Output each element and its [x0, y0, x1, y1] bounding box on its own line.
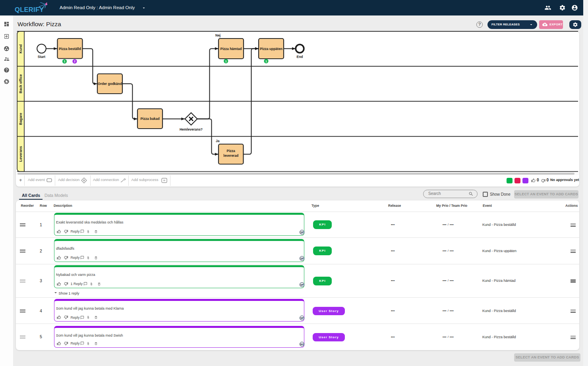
- svg-text:Order godkänd: Order godkänd: [98, 82, 122, 86]
- svg-text:1: 1: [64, 60, 66, 63]
- svg-text:1: 1: [265, 60, 267, 63]
- svg-text:1: 1: [225, 60, 227, 63]
- svg-text:Pizza bakad: Pizza bakad: [140, 117, 159, 121]
- svg-text:Start: Start: [38, 55, 46, 59]
- svg-text:Pizza hämtad: Pizza hämtad: [220, 47, 242, 51]
- svg-text:levererad: levererad: [223, 154, 238, 158]
- svg-text:Kund: Kund: [19, 44, 23, 54]
- svg-text:Hemleverans?: Hemleverans?: [180, 127, 203, 131]
- svg-text:Bagare: Bagare: [19, 113, 23, 125]
- svg-text:Pizza: Pizza: [227, 149, 236, 153]
- svg-text:Pizza beställd: Pizza beställd: [59, 47, 81, 51]
- svg-text:Back office: Back office: [19, 74, 23, 93]
- svg-text:2: 2: [74, 60, 75, 63]
- svg-text:Pizza uppäten: Pizza uppäten: [260, 47, 282, 51]
- svg-text:Ja: Ja: [216, 139, 220, 143]
- svg-text:Nej: Nej: [215, 33, 220, 37]
- svg-text:End: End: [296, 55, 303, 59]
- svg-text:Leverans: Leverans: [19, 146, 23, 162]
